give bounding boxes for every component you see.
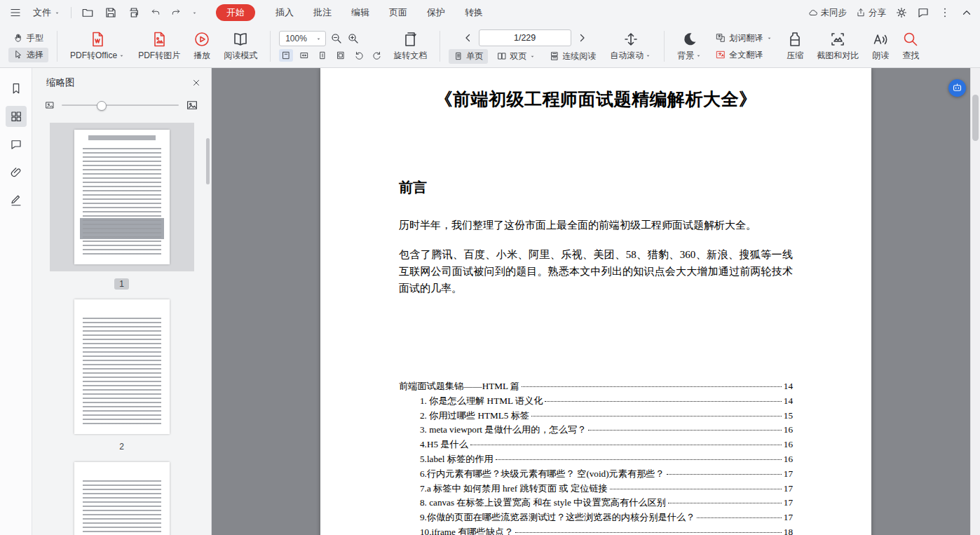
select-cursor-icon xyxy=(13,50,23,60)
toc-entry[interactable]: 8. canvas 在标签上设置宽高 和在 style 中设置宽高有什么区别17 xyxy=(399,496,793,510)
collapse-ribbon-icon[interactable] xyxy=(960,6,973,19)
floating-assistant-button[interactable] xyxy=(948,79,966,97)
rotate-document-button[interactable]: 旋转文档 xyxy=(389,28,431,65)
rotate-right-icon[interactable] xyxy=(370,49,384,62)
toc-entry[interactable]: 2. 你用过哪些 HTML5 标签15 xyxy=(399,409,793,424)
toc-entry[interactable]: 6.行内元素有哪些？块级元素有哪些？ 空(void)元素有那些？17 xyxy=(399,467,793,482)
actual-size-icon[interactable] xyxy=(279,49,293,62)
full-translation-button[interactable]: 全文翻译 xyxy=(711,48,777,62)
tab-转换[interactable]: 转换 xyxy=(455,4,493,22)
share-button[interactable]: 分享 xyxy=(856,7,886,19)
pdf-to-image-button[interactable]: PDF转图片 xyxy=(134,28,184,65)
bookmarks-panel-button[interactable] xyxy=(6,78,27,99)
tab-home[interactable]: 开始 xyxy=(216,4,255,21)
toc-entry[interactable]: 9.你做的页面在哪些流览器测试过？这些浏览器的内核分别是什么？17 xyxy=(399,510,793,525)
file-menu-button[interactable]: 文件 xyxy=(30,4,63,21)
thumbnail-item[interactable]: 2 xyxy=(74,299,170,452)
page-indicator-input[interactable]: 1/229 xyxy=(479,29,571,46)
annotations-panel-button[interactable] xyxy=(6,134,27,155)
paragraph: 包含了腾讯、百度、小米、阿里、乐视、美团、58、猎豹、360、新浪、搜狐等一线互… xyxy=(399,246,793,297)
document-title: 《前端初级工程师面试题精编解析大全》 xyxy=(399,88,793,111)
fit-width-icon[interactable] xyxy=(297,49,311,62)
tab-保护[interactable]: 保护 xyxy=(417,4,455,22)
toc-entry[interactable]: 5.label 标签的作用16 xyxy=(399,452,793,467)
single-page-label: 单页 xyxy=(466,50,483,62)
zoom-out-icon[interactable] xyxy=(330,32,343,45)
share-label: 分享 xyxy=(869,7,886,19)
reading-mode-label: 阅读模式 xyxy=(224,50,257,62)
double-page-button[interactable]: 双页 xyxy=(492,49,540,64)
thumbnail-text-lines xyxy=(83,318,161,424)
previous-page-icon[interactable] xyxy=(462,32,475,44)
thumbnail-scrollbar[interactable] xyxy=(206,138,210,184)
thumbnail-page-preview[interactable] xyxy=(74,299,170,434)
tab-批注[interactable]: 批注 xyxy=(304,4,341,22)
thumbnail-item[interactable]: 1 xyxy=(50,123,194,290)
main-menu-icon[interactable] xyxy=(7,4,24,21)
thumbnail-page-preview[interactable] xyxy=(74,130,170,264)
word-translation-button[interactable]: 划词翻译 xyxy=(711,31,777,46)
fit-height-icon[interactable] xyxy=(315,49,329,62)
quick-access-more-icon[interactable] xyxy=(189,8,200,18)
settings-gear-icon[interactable] xyxy=(895,6,908,19)
close-panel-icon[interactable] xyxy=(191,78,201,88)
toc-entry-label: 2. 你用过哪些 HTML5 标签 xyxy=(420,409,529,424)
toc-entry[interactable]: 1. 你是怎么理解 HTML 语义化14 xyxy=(399,394,793,409)
scrollbar-thumb[interactable] xyxy=(972,95,979,141)
thumbnail-item[interactable]: 3 xyxy=(74,462,170,535)
undo-icon[interactable] xyxy=(149,6,163,20)
tab-编辑[interactable]: 编辑 xyxy=(341,4,379,22)
compress-icon xyxy=(787,31,803,48)
thumbnail-page-preview[interactable] xyxy=(74,462,170,535)
thumbnails-panel-button[interactable] xyxy=(6,106,27,127)
thumbnail-panel-title: 缩略图 xyxy=(46,76,75,89)
slider-knob[interactable] xyxy=(97,101,107,111)
hand-tool-button[interactable]: 手型 xyxy=(8,31,48,46)
tab-插入[interactable]: 插入 xyxy=(266,4,304,22)
thumbnail-page-number: 2 xyxy=(114,441,129,452)
single-page-button[interactable]: 单页 xyxy=(449,49,488,64)
more-vertical-icon[interactable] xyxy=(939,6,951,19)
toc-entry[interactable]: 10.iframe 有哪些缺点？18 xyxy=(399,525,793,535)
auto-scroll-button[interactable]: 自动滚动 xyxy=(606,28,655,65)
attachments-panel-button[interactable] xyxy=(6,162,27,183)
feedback-comment-icon[interactable] xyxy=(917,6,930,19)
signature-panel-button[interactable] xyxy=(6,190,27,211)
redo-icon[interactable] xyxy=(169,6,183,20)
pdf-to-office-button[interactable]: PDF转Office xyxy=(66,28,129,65)
image-small-icon[interactable] xyxy=(45,100,55,110)
document-page[interactable]: 《前端初级工程师面试题精编解析大全》 前言 历时半年，我们整理了这份市面上最全面… xyxy=(320,68,871,535)
toc-entry-page: 14 xyxy=(784,394,793,409)
tab-页面[interactable]: 页面 xyxy=(379,4,417,22)
rotate-left-icon[interactable] xyxy=(352,49,366,62)
play-button[interactable]: 播放 xyxy=(189,28,215,65)
zoom-level-select[interactable]: 100% xyxy=(279,31,326,46)
document-viewer[interactable]: 《前端初级工程师面试题精编解析大全》 前言 历时半年，我们整理了这份市面上最全面… xyxy=(212,68,980,535)
save-icon[interactable] xyxy=(102,4,119,21)
next-page-icon[interactable] xyxy=(576,32,588,44)
toc-entry[interactable]: 3. meta viewport 是做什么用的，怎么写？16 xyxy=(399,423,793,438)
zoom-in-icon[interactable] xyxy=(347,32,360,45)
sync-status-button[interactable]: 未同步 xyxy=(808,7,848,19)
fit-page-icon[interactable] xyxy=(334,49,348,62)
read-aloud-icon xyxy=(872,31,889,48)
screenshot-compare-button[interactable]: 截图和对比 xyxy=(812,28,863,65)
image-large-icon[interactable] xyxy=(186,99,198,111)
toc-entry-label: 前端面试题集锦——HTML 篇 xyxy=(399,379,519,394)
read-aloud-button[interactable]: 朗读 xyxy=(868,28,893,65)
toc-entry[interactable]: 前端面试题集锦——HTML 篇14 xyxy=(399,379,793,394)
continuous-reading-button[interactable]: 连续阅读 xyxy=(545,49,601,64)
toc-entry-page: 18 xyxy=(784,525,793,535)
print-icon[interactable] xyxy=(125,4,142,21)
reading-mode-button[interactable]: 阅读模式 xyxy=(219,28,261,65)
find-button[interactable]: 查找 xyxy=(898,28,923,65)
vertical-scrollbar[interactable] xyxy=(970,68,980,535)
play-icon xyxy=(193,31,210,48)
select-tool-button[interactable]: 选择 xyxy=(8,48,48,62)
open-file-icon[interactable] xyxy=(79,4,96,21)
toc-entry[interactable]: 7.a 标签中 如何禁用 href 跳转页面 或 定位链接17 xyxy=(399,482,793,496)
slider-track[interactable] xyxy=(62,104,179,106)
toc-entry[interactable]: 4.H5 是什么16 xyxy=(399,438,793,452)
background-button[interactable]: 背景 xyxy=(673,28,706,65)
compress-button[interactable]: 压缩 xyxy=(782,28,808,65)
